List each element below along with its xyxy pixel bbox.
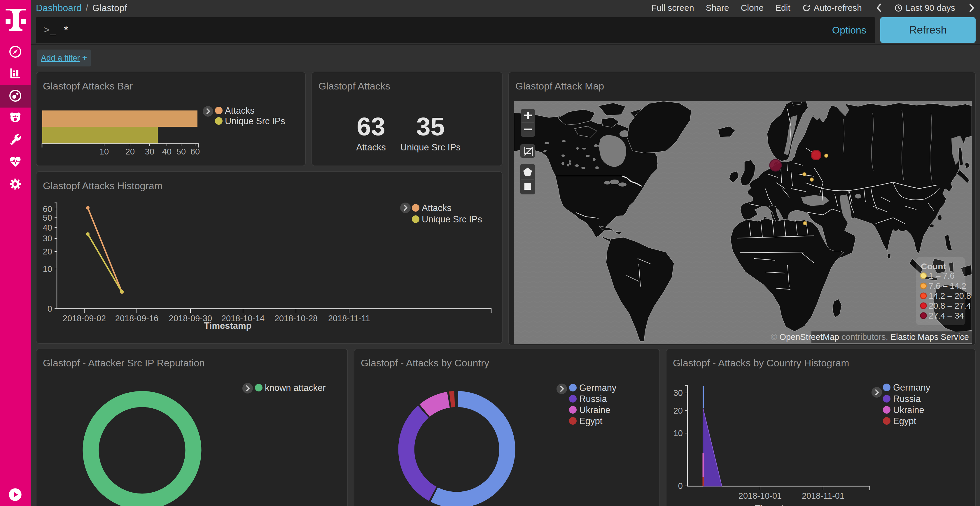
svg-text:1 – 7.6: 1 – 7.6 xyxy=(929,271,955,281)
svg-text:2018-10-01: 2018-10-01 xyxy=(738,491,782,500)
svg-text:Attacks: Attacks xyxy=(225,106,255,116)
svg-text:Egypt: Egypt xyxy=(579,416,603,426)
svg-text:30: 30 xyxy=(145,147,154,156)
svg-text:2018-09-02: 2018-09-02 xyxy=(63,314,106,323)
svg-text:30: 30 xyxy=(673,388,683,398)
svg-text:50: 50 xyxy=(43,213,52,222)
svg-text:Count: Count xyxy=(921,262,946,271)
svg-text:2018-11-01: 2018-11-01 xyxy=(802,491,845,500)
svg-text:Germany: Germany xyxy=(893,382,931,393)
svg-text:20: 20 xyxy=(43,247,52,256)
svg-text:2018-09-16: 2018-09-16 xyxy=(115,314,158,323)
svg-text:7.6 – 14.2: 7.6 – 14.2 xyxy=(929,281,966,290)
svg-text:20.8 – 27.4: 20.8 – 27.4 xyxy=(929,301,971,311)
svg-text:0: 0 xyxy=(48,304,52,313)
svg-text:Russia: Russia xyxy=(579,394,607,404)
svg-text:27.4 – 34: 27.4 – 34 xyxy=(929,311,964,320)
svg-text:Unique Src IPs: Unique Src IPs xyxy=(225,116,285,126)
svg-text:60: 60 xyxy=(191,147,200,156)
svg-text:2018-10-28: 2018-10-28 xyxy=(274,314,318,323)
svg-text:60: 60 xyxy=(43,204,52,214)
svg-text:© OpenStreetMap contributors,: © OpenStreetMap contributors, Elastic Ma… xyxy=(771,332,969,342)
svg-text:Ukraine: Ukraine xyxy=(893,405,924,415)
svg-text:Timestamp: Timestamp xyxy=(755,503,802,506)
svg-text:Ukraine: Ukraine xyxy=(579,405,611,415)
svg-text:20: 20 xyxy=(673,406,683,416)
svg-text:Egypt: Egypt xyxy=(893,416,916,426)
svg-text:Germany: Germany xyxy=(579,383,617,393)
svg-text:14.2 – 20.8: 14.2 – 20.8 xyxy=(929,291,971,300)
svg-text:Unique Src IPs: Unique Src IPs xyxy=(422,214,482,224)
svg-text:10: 10 xyxy=(43,264,52,274)
svg-text:0: 0 xyxy=(678,481,683,490)
svg-text:40: 40 xyxy=(162,147,172,156)
svg-text:Timestamp: Timestamp xyxy=(204,320,251,331)
svg-text:20: 20 xyxy=(126,147,135,156)
svg-text:Attacks: Attacks xyxy=(422,203,452,213)
svg-text:50: 50 xyxy=(177,147,186,156)
svg-text:Russia: Russia xyxy=(893,394,921,404)
svg-text:30: 30 xyxy=(43,234,52,243)
svg-text:40: 40 xyxy=(43,223,52,232)
svg-text:10: 10 xyxy=(673,428,683,438)
svg-text:known attacker: known attacker xyxy=(265,383,326,393)
svg-text:2018-11-11: 2018-11-11 xyxy=(328,314,370,323)
svg-text:10: 10 xyxy=(99,147,109,156)
